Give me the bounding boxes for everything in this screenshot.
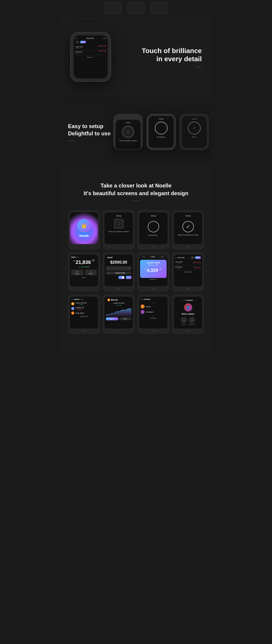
contact-row-aaron[interactable]: A Aaron	[140, 304, 166, 308]
screen-card-6: ‹ Send $2000.00 − + TO CHRISTOPER	[103, 252, 135, 292]
setup-title: Easy to setup Delightful to use	[68, 123, 113, 137]
contact-request-btn[interactable]: ↓ REQUEST	[189, 317, 196, 325]
contacts-tab-active: Contacts	[144, 298, 150, 300]
send-confirm-btn[interactable]: ✓	[126, 276, 132, 279]
connecting-circle	[155, 122, 168, 134]
bitcoin-icon-small: ₿	[108, 298, 110, 301]
closer-divider	[132, 200, 140, 201]
bingo-screen: Setup ✓ Bingo! We'll fetch your wallet	[174, 212, 202, 244]
screen-card-10: ‹ ₿ Bitcoin 1=$11,379.20 ▲ +1.5%	[103, 294, 135, 334]
toggle-track[interactable]	[118, 276, 125, 279]
contact-name-aaron: Aaron	[146, 306, 151, 308]
bingo-circle: ✓	[188, 122, 200, 134]
section-brilliance: js Records Ma IN OUT Office Bills 21/08 …	[61, 18, 211, 96]
screen-number-12: XII	[174, 330, 202, 332]
card-preview: Jordan Smith 8752 ••••• 5672 $ 4,329 ,31	[140, 260, 166, 278]
watch-record-1: Office Bills 21/08 -$1574.50	[76, 45, 106, 50]
records-tab-active: Records	[178, 256, 184, 259]
brilliance-title: Touch of brilliance in every detail	[120, 47, 202, 63]
wallet-add-btn[interactable]: + ADD	[71, 270, 84, 276]
watch-tab-in: IN	[76, 41, 79, 43]
records-toggle: IN OUT	[191, 256, 201, 259]
send-to-row: TO CHRISTOPER	[106, 272, 132, 274]
bitcoin-price: 1=$11,379.20	[106, 302, 132, 304]
setup-watch-2-caption: Connecting...	[156, 136, 166, 138]
screen-card-1: 👑 Noelle I	[68, 210, 100, 250]
send-header: ‹ Send	[106, 256, 132, 259]
brilliance-divider	[195, 67, 202, 67]
records-tab-row: ds Records IN OUT	[175, 256, 201, 259]
watch-ma-label: Ma	[103, 38, 106, 40]
watch-records-title: Records	[86, 37, 94, 40]
contact-detail-name: Reiss Adams	[175, 313, 201, 315]
bitcoin-screen: ‹ ₿ Bitcoin 1=$11,379.20 ▲ +1.5%	[104, 297, 133, 328]
screen-number-1: I	[70, 246, 98, 248]
minus-icon[interactable]: −	[107, 267, 109, 270]
setup-camera-screen: Setup Face your phone camera	[104, 212, 133, 244]
screen-number-9: IX	[70, 330, 98, 332]
screen-number-7: VII	[139, 288, 168, 290]
camera-circle-1	[122, 125, 134, 138]
records-dots	[175, 272, 201, 272]
cards-tab-wallet: let	[143, 256, 144, 258]
tab-in[interactable]: IN	[191, 256, 194, 259]
phone-camera-img	[114, 219, 124, 229]
setup-card-2-caption: Face your phone camera	[108, 230, 129, 232]
section-closer: Take a closer look at Noelle It's beauti…	[61, 168, 211, 352]
send-amount: $2000.00	[106, 260, 132, 265]
setup-watch-3-caption: Bingo!	[192, 136, 196, 138]
connecting-ring-card	[148, 221, 159, 232]
contact-send-btn[interactable]: → SEND	[181, 317, 187, 325]
eth-icon: Ξ	[71, 307, 74, 310]
market-screen: rds Market Con ₿ 1=$11,379.20 +1.5% Ξ	[70, 297, 98, 328]
plus-icon[interactable]: +	[128, 267, 130, 270]
contact-detail-avatar: 👤	[184, 303, 192, 312]
noelle-logo-text: Noelle	[79, 234, 89, 238]
wallet-buttons: + ADD → SEND	[71, 270, 97, 276]
cards-tab-row: let Cards Rec	[139, 254, 168, 259]
screen-number-11: XI	[139, 330, 168, 332]
send-toggle-row: ✓	[106, 276, 132, 279]
noelle-logo-circle: 👑	[77, 219, 91, 232]
buy-btn[interactable]: BUY	[106, 317, 118, 320]
setup-watch-2-label: Setup	[159, 118, 164, 120]
setup-watch-1-label: Setup	[126, 122, 130, 124]
bitcoin-action-btns: BUY SELL	[106, 317, 132, 320]
contact-detail-screen: cts Contacts 👤 Reiss Adams → SEND	[174, 297, 202, 328]
sell-btn[interactable]: SELL	[119, 317, 132, 320]
screen-card-5: Wallet Ca... $ 21,836 79 ▲ +2.1%/WEEK	[68, 252, 100, 292]
wallet-dots	[71, 277, 97, 278]
setup-card-2-title: Setup	[116, 215, 122, 217]
back-arrow-icon: ‹	[106, 256, 106, 259]
closer-title: Take a closer look at Noelle It's beauti…	[68, 182, 204, 197]
screen-card-2: Setup Face your phone camera II	[103, 210, 135, 250]
screens-grid-row3: rds Market Con ₿ 1=$11,379.20 +1.5% Ξ	[68, 294, 204, 334]
setup-watch-2: Setup Connecting...	[146, 114, 176, 150]
xmr-price: 1=$0.3003	[75, 312, 84, 314]
wallet-tab-active: Wallet	[71, 256, 76, 258]
contact-avatar-aaron: A	[140, 304, 144, 308]
setup-watch-1-caption: Face your phone camera	[119, 140, 137, 142]
eth-change: +0.34%	[75, 309, 84, 310]
setup-text: Easy to setup Delightful to use	[68, 123, 113, 141]
btc-icon: ₿	[71, 302, 74, 305]
btc-change: +1.5%	[75, 304, 86, 305]
noelle-bg: 👑 Noelle	[70, 212, 98, 244]
records-screen: ds Records IN OUT Office Bills 21/08 -$1…	[174, 254, 202, 286]
wallet-tab-inactive: Ca...	[76, 256, 80, 258]
wallet-send-btn[interactable]: → SEND	[85, 270, 97, 276]
contact-name-abraham: Abraham	[146, 311, 153, 313]
bitcoin-chart	[106, 308, 132, 316]
setup-watch-3-label: Setup	[192, 118, 197, 120]
setup-watches-row: Setup Face your phone camera Setup Conne…	[113, 114, 209, 150]
contact-row-abraham[interactable]: A Abraham	[140, 310, 166, 314]
section-letter-a: a	[140, 302, 166, 304]
setup-watch-1: Setup Face your phone camera	[113, 114, 143, 150]
market-tabs-row: rds Market Con	[71, 298, 97, 300]
contacts-tab-row: ket Contacts	[140, 298, 166, 300]
watch-tab-out: OUT	[80, 41, 86, 43]
record-row-2: Electricity 18/08 -$122.50	[175, 265, 201, 270]
screen-card-7: let Cards Rec Jordan Smith 8752 ••••• 56…	[137, 252, 169, 292]
tab-out[interactable]: OUT	[195, 256, 201, 259]
screen-card-3: Setup Connecting... III	[137, 210, 169, 250]
